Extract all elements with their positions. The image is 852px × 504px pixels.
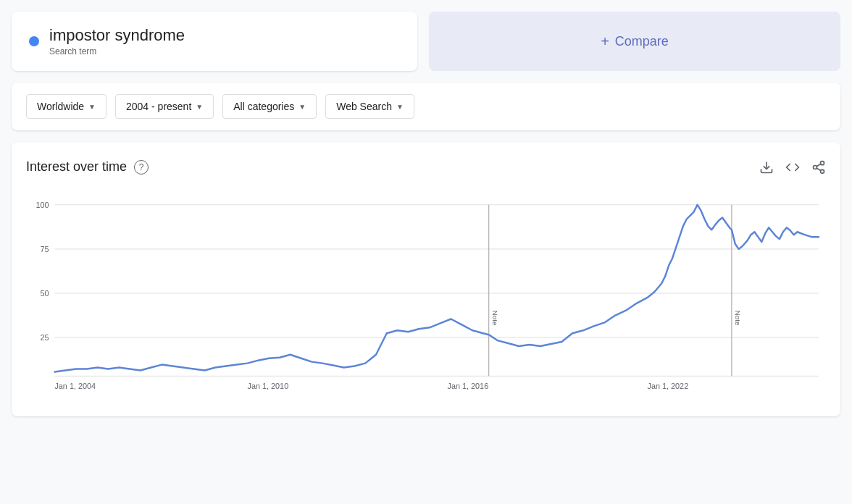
chevron-down-icon: ▼ xyxy=(298,103,306,111)
svg-point-1 xyxy=(821,161,824,164)
search-term-text: impostor syndrome Search term xyxy=(49,26,185,56)
search-term-card: impostor syndrome Search term xyxy=(12,12,417,71)
chevron-down-icon: ▼ xyxy=(88,103,96,111)
chart-title: Interest over time xyxy=(26,159,127,175)
svg-line-5 xyxy=(816,164,821,166)
embed-button[interactable] xyxy=(785,160,800,175)
download-button[interactable] xyxy=(759,160,774,175)
filter-search-type-label: Web Search xyxy=(336,101,392,112)
x-label-2016: Jan 1, 2016 xyxy=(448,382,489,390)
chart-container: 100 75 50 25 Jan 1, 2004 Jan 1, 2010 Jan… xyxy=(26,189,826,402)
x-label-2004: Jan 1, 2004 xyxy=(54,382,96,390)
filter-time-label: 2004 - present xyxy=(126,101,191,112)
filter-time[interactable]: 2004 - present ▼ xyxy=(115,94,214,119)
y-label-75: 75 xyxy=(40,245,49,253)
compare-plus-icon: + xyxy=(601,33,609,50)
note-label-1: Note xyxy=(491,311,499,326)
y-label-25: 25 xyxy=(40,333,49,342)
share-button[interactable] xyxy=(811,160,826,175)
chart-title-group: Interest over time ? xyxy=(26,159,149,175)
search-term-dot xyxy=(29,36,39,46)
filter-category-label: All categories xyxy=(233,101,294,112)
chevron-down-icon: ▼ xyxy=(396,103,404,111)
filter-bar: Worldwide ▼ 2004 - present ▼ All categor… xyxy=(12,83,840,130)
svg-point-2 xyxy=(814,165,817,169)
search-term-label: Search term xyxy=(49,46,185,56)
trend-line-chart: 100 75 50 25 Jan 1, 2004 Jan 1, 2010 Jan… xyxy=(26,189,826,399)
filter-category[interactable]: All categories ▼ xyxy=(222,94,317,119)
search-term-name: impostor syndrome xyxy=(49,26,185,45)
x-label-2010: Jan 1, 2010 xyxy=(248,382,289,390)
x-label-2022: Jan 1, 2022 xyxy=(648,382,689,390)
compare-label: Compare xyxy=(615,34,669,49)
info-icon[interactable]: ? xyxy=(134,160,149,175)
svg-point-3 xyxy=(821,169,824,173)
chart-header: Interest over time ? xyxy=(26,159,826,175)
trend-line xyxy=(54,205,819,372)
page-wrapper: impostor syndrome Search term + Compare … xyxy=(0,0,852,428)
filter-region[interactable]: Worldwide ▼ xyxy=(26,94,106,119)
svg-line-4 xyxy=(816,168,821,170)
y-label-50: 50 xyxy=(40,289,49,298)
note-label-2: Note xyxy=(734,311,742,326)
chevron-down-icon: ▼ xyxy=(196,103,203,111)
top-section: impostor syndrome Search term + Compare xyxy=(12,12,840,71)
compare-card[interactable]: + Compare xyxy=(429,12,840,71)
filter-region-label: Worldwide xyxy=(37,101,84,112)
chart-section: Interest over time ? xyxy=(12,142,840,416)
chart-actions xyxy=(759,160,826,175)
filter-search-type[interactable]: Web Search ▼ xyxy=(325,94,414,119)
y-label-100: 100 xyxy=(36,201,49,209)
